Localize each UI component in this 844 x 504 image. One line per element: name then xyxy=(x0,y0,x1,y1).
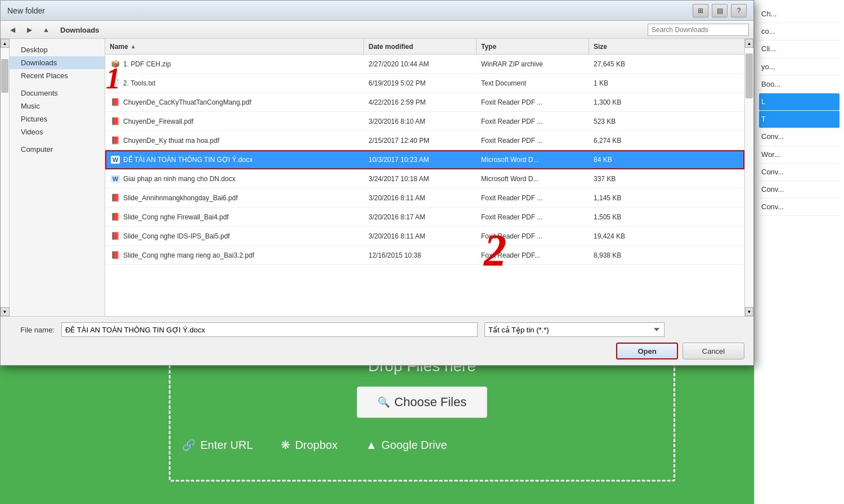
pdf-icon: 📕 xyxy=(110,192,121,204)
right-panel-item: co... xyxy=(759,23,839,40)
sidebar-item-desktop[interactable]: Desktop xyxy=(10,43,105,56)
dialog-body: ▲ ▼ Desktop Downloads Recent Places Docu… xyxy=(1,39,753,316)
filelist-body: 📦 1. PDF CEH.zip 2/27/2020 10:44 AM WinR… xyxy=(105,55,744,316)
table-row[interactable]: W Giai phap an ninh mang cho DN.docx 3/2… xyxy=(105,169,744,188)
google-drive-link[interactable]: ▲ Google Drive xyxy=(366,438,447,452)
sidebar-item-downloads[interactable]: Downloads xyxy=(10,56,105,69)
right-sidebar: Ch... co... Cli... yo... Boo... L T Conv… xyxy=(754,0,844,504)
column-date[interactable]: Date modified xyxy=(364,39,477,54)
filename-label: File name: xyxy=(10,326,55,334)
link-icon: 🔗 xyxy=(182,438,196,452)
table-row[interactable]: 📕 Slide_Annihnmangkhongday_Bai6.pdf 3/20… xyxy=(105,188,744,208)
sidebar-favorites-section: Desktop Downloads Recent Places xyxy=(10,43,105,82)
sort-arrow: ▲ xyxy=(131,43,136,50)
zip-icon: 📦 xyxy=(110,58,121,70)
dropbox-link[interactable]: ❋ Dropbox xyxy=(281,438,338,452)
dialog-bottombar: File name: Tất cả Tệp tin (*.*) Open Can… xyxy=(1,316,753,365)
right-panel-item-highlighted[interactable]: T xyxy=(759,111,839,128)
filelist-scroll-thumb[interactable] xyxy=(746,53,753,98)
right-panel-item: Cli... xyxy=(759,40,839,58)
open-button[interactable]: Open xyxy=(616,343,678,359)
sidebar-item-recent-places[interactable]: Recent Places xyxy=(10,69,105,82)
back-btn[interactable]: ◀ xyxy=(5,24,20,36)
scroll-thumb[interactable] xyxy=(1,59,8,93)
column-type[interactable]: Type xyxy=(477,39,589,54)
filelist-scroll-down[interactable]: ▼ xyxy=(745,307,753,316)
filelist-scrollbar[interactable]: ▲ ▼ xyxy=(744,39,753,316)
up-btn[interactable]: ▲ xyxy=(39,24,53,36)
column-size[interactable]: Size xyxy=(589,39,657,54)
pdf-icon: 📕 xyxy=(110,116,121,127)
sidebar-scrollbar[interactable]: ▲ ▼ xyxy=(1,39,10,316)
sidebar-item-computer[interactable]: Computer xyxy=(10,143,105,156)
table-row[interactable]: 📦 1. PDF CEH.zip 2/27/2020 10:44 AM WinR… xyxy=(105,55,744,74)
pdf-icon: 📕 xyxy=(110,97,121,108)
dialog-buttons-row: Open Cancel xyxy=(10,343,744,359)
sidebar-item-pictures[interactable]: Pictures xyxy=(10,112,105,125)
right-panel-item: Boo... xyxy=(759,76,839,93)
table-row[interactable]: 📕 ChuyenDe_Firewall.pdf 3/20/2016 8:10 A… xyxy=(105,112,744,131)
search-input[interactable] xyxy=(648,24,749,36)
file-name-cell: 📕 ChuyenDe_CacKyThuatTanCongMang.pdf xyxy=(105,97,364,108)
file-name-cell: 📕 Slide_Cong nghe Firewall_Bai4.pdf xyxy=(105,212,364,223)
right-panel-item: Conv... xyxy=(759,164,839,181)
filelist-header: Name ▲ Date modified Type Size xyxy=(105,39,744,55)
pdf-icon: 📕 xyxy=(110,212,121,223)
filetype-select[interactable]: Tất cả Tệp tin (*.*) xyxy=(484,322,665,337)
search-area xyxy=(648,24,749,36)
help-btn[interactable]: ? xyxy=(731,4,747,17)
choose-files-button[interactable]: 🔍 Choose Files xyxy=(357,386,487,418)
sidebar-item-music[interactable]: Music xyxy=(10,100,105,112)
file-name-cell: 📕 ChuyenDe_Ky thuat ma hoa.pdf xyxy=(105,135,364,146)
file-name-cell: 📕 Slide_Annihnmangkhongday_Bai6.pdf xyxy=(105,192,364,204)
sidebar-computer-section: Computer xyxy=(10,143,105,156)
view-toggle-btn[interactable]: ⊞ xyxy=(693,4,708,17)
scroll-down-arrow[interactable]: ▼ xyxy=(1,307,10,316)
file-name-cell: W ĐỀ TÀI AN TOÀN THÔNG TIN GỢI Ý.docx xyxy=(105,154,364,165)
right-panel-item-highlighted[interactable]: L xyxy=(759,93,839,111)
scroll-track xyxy=(1,48,9,307)
right-panel-item: Conv... xyxy=(759,181,839,199)
scroll-up-arrow[interactable]: ▲ xyxy=(1,39,10,48)
dialog-toolbar: ◀ ▶ ▲ Downloads xyxy=(1,21,753,39)
dropbox-icon: ❋ xyxy=(281,438,290,452)
bottom-links: 🔗 Enter URL ❋ Dropbox ▲ Google Drive xyxy=(182,438,662,452)
table-row[interactable]: 📕 Slide_Cong nghe Firewall_Bai4.pdf 3/20… xyxy=(105,208,744,227)
forward-btn[interactable]: ▶ xyxy=(22,24,37,36)
table-row[interactable]: 📕 ChuyenDe_Ky thuat ma hoa.pdf 2/15/2017… xyxy=(105,131,744,150)
dialog-title: New folder xyxy=(7,6,45,15)
txt-icon: 📄 xyxy=(110,78,121,89)
table-row[interactable]: 📄 2. Tools.txt 6/19/2019 5:02 PM Text Do… xyxy=(105,74,744,93)
pdf-icon: 📕 xyxy=(110,231,121,242)
column-name[interactable]: Name ▲ xyxy=(105,39,364,54)
file-name-cell: 📦 1. PDF CEH.zip xyxy=(105,58,364,70)
right-panel-item: Conv... xyxy=(759,199,839,216)
word-icon: W xyxy=(110,173,121,184)
table-row-selected[interactable]: W ĐỀ TÀI AN TOÀN THÔNG TIN GỢI Ý.docx 10… xyxy=(105,150,744,169)
table-row[interactable]: 📕 Slide_Cong nghe IDS-IPS_Bai5.pdf 3/20/… xyxy=(105,227,744,246)
titlebar-controls: ⊞ ▤ ? xyxy=(693,4,747,17)
sidebar-libraries-section: Documents Music Pictures Videos xyxy=(10,87,105,138)
file-list-panel: Name ▲ Date modified Type Size 📦 xyxy=(105,39,744,316)
file-name-cell: W Giai phap an ninh mang cho DN.docx xyxy=(105,173,364,184)
google-drive-icon: ▲ xyxy=(366,439,377,452)
file-name-cell: 📕 ChuyenDe_Firewall.pdf xyxy=(105,116,364,127)
dialog-sidebar: Desktop Downloads Recent Places Document… xyxy=(10,39,105,316)
right-panel-item: yo... xyxy=(759,58,839,76)
right-panel-item: Wor... xyxy=(759,146,839,164)
enter-url-link[interactable]: 🔗 Enter URL xyxy=(182,438,253,452)
view-list-btn[interactable]: ▤ xyxy=(712,4,728,17)
pdf-icon: 📕 xyxy=(110,250,121,261)
sidebar-item-documents[interactable]: Documents xyxy=(10,87,105,100)
file-name-cell: 📕 Slide_Cong nghe IDS-IPS_Bai5.pdf xyxy=(105,231,364,242)
filelist-scroll-up[interactable]: ▲ xyxy=(745,39,753,48)
word-icon: W xyxy=(110,154,121,165)
filename-row: File name: Tất cả Tệp tin (*.*) xyxy=(10,322,744,337)
filelist-scroll-track xyxy=(745,48,753,307)
cancel-button[interactable]: Cancel xyxy=(683,343,744,359)
table-row[interactable]: 📕 Slide_Cong nghe mang rieng ao_Bai3.2.p… xyxy=(105,246,744,265)
filename-input[interactable] xyxy=(61,322,478,337)
table-row[interactable]: 📕 ChuyenDe_CacKyThuatTanCongMang.pdf 4/2… xyxy=(105,93,744,112)
sidebar-item-videos[interactable]: Videos xyxy=(10,125,105,138)
search-icon: 🔍 xyxy=(378,396,390,408)
